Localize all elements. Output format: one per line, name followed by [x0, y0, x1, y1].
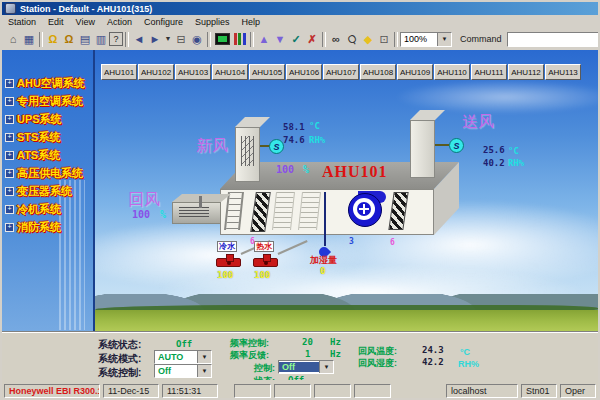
tree-expand-icon[interactable]: + [5, 133, 14, 142]
sidebar-item-fire[interactable]: +消防系统 [2, 218, 93, 236]
page-back-icon[interactable]: ◄ [131, 31, 147, 47]
freq-feedback-label: 频率反馈: [230, 349, 269, 362]
tree-expand-icon[interactable]: + [5, 151, 14, 160]
return-air-label: 回风 [128, 190, 160, 211]
ahu-tab-row: AHU101 AHU102 AHU103 AHU104 AHU105 AHU10… [101, 64, 581, 80]
sidebar-item-hv-power[interactable]: +高压供电系统 [2, 164, 93, 182]
supply-air-sensor-icon[interactable]: S [449, 138, 464, 153]
app-icon [5, 3, 16, 14]
station-icon[interactable]: ⌂ [5, 31, 21, 47]
system-control-select[interactable]: Off ▼ [154, 364, 212, 378]
fresh-air-sensor-icon[interactable]: S [269, 139, 284, 154]
window-title: Station - Default - AHU101(315) [20, 4, 152, 14]
print-icon[interactable]: ⊟ [173, 31, 189, 47]
chevron-down-icon[interactable]: ▼ [437, 33, 451, 46]
host-field: localhost [446, 384, 518, 398]
fresh-damper-position: 100 [276, 164, 294, 175]
viewport-icon[interactable]: ⊡ [376, 31, 392, 47]
sidebar-item-ahu-ac[interactable]: +AHU空调系统 [2, 74, 93, 92]
alarm-ack-icon[interactable]: Ω [61, 31, 77, 47]
command-input[interactable]: ▼ [507, 32, 600, 47]
tab-ahu109[interactable]: AHU109 [397, 64, 433, 80]
lower-icon[interactable]: ▼ [272, 31, 288, 47]
confirm-icon[interactable]: ✓ [288, 31, 304, 47]
sidebar-item-special-ac[interactable]: +专用空调系统 [2, 92, 93, 110]
tab-ahu104[interactable]: AHU104 [212, 64, 248, 80]
return-damper-unit: % [160, 209, 166, 220]
fresh-air-temp: 58.1 [283, 122, 305, 132]
return-temp-value: 24.3 [422, 345, 444, 355]
control-label: 控制: [254, 362, 275, 375]
sidebar-item-ups[interactable]: +UPS系统 [2, 110, 93, 128]
tab-ahu103[interactable]: AHU103 [175, 64, 211, 80]
tab-ahu102[interactable]: AHU102 [138, 64, 174, 80]
menu-edit[interactable]: Edit [48, 17, 64, 27]
alarm-bell-icon[interactable]: Ω [45, 31, 61, 47]
help-page-icon[interactable]: ? [109, 32, 123, 46]
capture-icon[interactable]: ◉ [189, 31, 205, 47]
page-menu-icon[interactable]: ▼ [163, 31, 173, 47]
toolbar-separator [394, 32, 398, 47]
sidebar-item-transformer[interactable]: +变压器系统 [2, 182, 93, 200]
fresh-air-damper-louvers [241, 136, 254, 166]
chevron-down-icon[interactable]: ▼ [197, 365, 211, 377]
tab-ahu111[interactable]: AHU111 [471, 64, 507, 80]
system-mode-label: 系统模式: [98, 352, 141, 366]
zoom-select[interactable]: 100% ▼ [400, 32, 452, 47]
event-summary-icon[interactable]: ▥ [93, 31, 109, 47]
tab-ahu113[interactable]: AHU113 [545, 64, 581, 80]
tree-expand-icon[interactable]: + [5, 205, 14, 214]
sidebar-item-sts[interactable]: +STS系统 [2, 128, 93, 146]
tree-expand-icon[interactable]: + [5, 223, 14, 232]
tree-expand-icon[interactable]: + [5, 97, 14, 106]
unit-title: AHU101 [322, 163, 388, 181]
menu-bar: Station Edit View Action Configure Suppl… [2, 15, 598, 29]
return-temp-unit: °C [460, 347, 470, 357]
sidebar-item-chiller[interactable]: +冷机系统 [2, 200, 93, 218]
freq-feedback-unit: Hz [330, 349, 341, 359]
sensor-rod [435, 144, 449, 146]
tab-ahu108[interactable]: AHU108 [360, 64, 396, 80]
pan-icon[interactable]: ◆ [360, 31, 376, 47]
tab-ahu101[interactable]: AHU101 [101, 64, 137, 80]
tree-expand-icon[interactable]: + [5, 169, 14, 178]
sidebar-item-ats[interactable]: +ATS系统 [2, 146, 93, 164]
tab-ahu110[interactable]: AHU110 [434, 64, 470, 80]
chevron-down-icon[interactable]: ▼ [319, 361, 333, 373]
menu-help[interactable]: Help [241, 17, 260, 27]
raise-icon[interactable]: ▲ [256, 31, 272, 47]
tab-ahu107[interactable]: AHU107 [323, 64, 359, 80]
pressure-reading-right: 6 [390, 238, 395, 247]
tree-expand-icon[interactable]: + [5, 79, 14, 88]
chilled-water-valve-position: 100 [217, 270, 233, 280]
chevron-down-icon[interactable]: ▼ [197, 351, 211, 363]
menu-supplies[interactable]: Supplies [195, 17, 230, 27]
control-select[interactable]: Off ▼ [278, 360, 334, 374]
tab-ahu106[interactable]: AHU106 [286, 64, 322, 80]
fan-status-reading: 3 [349, 237, 354, 246]
menu-view[interactable]: View [76, 17, 95, 27]
alarm-summary-icon[interactable]: ▤ [77, 31, 93, 47]
tab-ahu105[interactable]: AHU105 [249, 64, 285, 80]
chilled-water-valve[interactable] [216, 258, 241, 267]
menu-configure[interactable]: Configure [144, 17, 183, 27]
tree-expand-icon[interactable]: + [5, 187, 14, 196]
multi-display-icon[interactable]: ▦ [21, 31, 37, 47]
cancel-icon[interactable]: ✗ [304, 31, 320, 47]
brand-label: Honeywell EBI R300.1 [4, 384, 100, 398]
supply-air-humidity: 40.2 [483, 158, 505, 168]
tab-ahu112[interactable]: AHU112 [508, 64, 544, 80]
system-mode-select[interactable]: AUTO ▼ [154, 350, 212, 364]
station-window: Station - Default - AHU101(315) Station … [0, 0, 600, 400]
find-icon[interactable]: ∞ [328, 31, 344, 47]
ahu-graphic-page: AHU101 AHU102 AHU103 AHU104 AHU105 AHU10… [95, 50, 598, 332]
page-forward-icon[interactable]: ► [147, 31, 163, 47]
hot-water-valve[interactable] [253, 258, 278, 267]
monitor-icon[interactable] [215, 33, 230, 45]
trend-bars-icon[interactable] [234, 33, 246, 45]
fresh-air-temp-unit: °C [309, 121, 320, 131]
menu-station[interactable]: Station [8, 17, 36, 27]
menu-action[interactable]: Action [107, 17, 132, 27]
tree-expand-icon[interactable]: + [5, 115, 14, 124]
hot-water-valve-position: 100 [254, 270, 270, 280]
